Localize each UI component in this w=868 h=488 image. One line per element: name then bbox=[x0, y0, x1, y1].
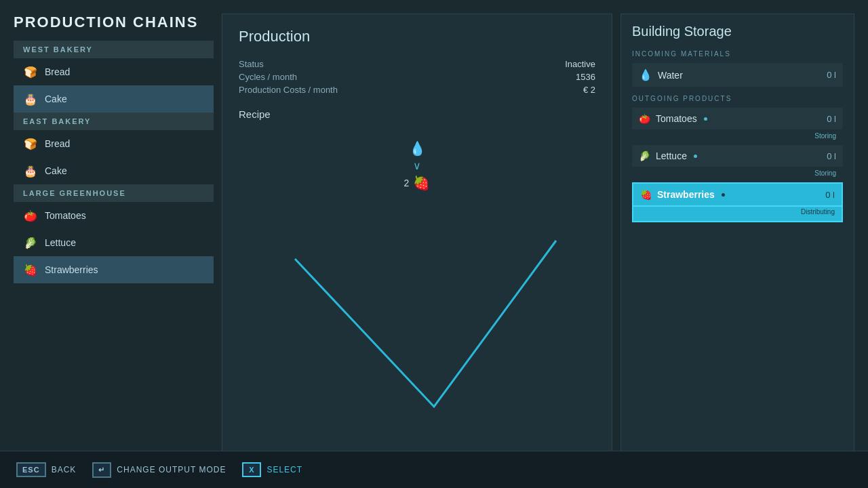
stat-value-cycles: 1536 bbox=[576, 72, 595, 82]
section-header-large-greenhouse: LARGE GREENHOUSE bbox=[14, 184, 214, 202]
sidebar-item-west-bread[interactable]: 🍞 Bread bbox=[14, 58, 214, 85]
sidebar-item-label: Bread bbox=[45, 138, 70, 149]
lettuce-icon: 🥬 bbox=[23, 235, 38, 250]
recipe-input-icon: 💧 bbox=[409, 140, 426, 157]
storage-item-water-label: Water bbox=[658, 70, 683, 81]
stat-row-production-costs: Production Costs / month € 2 bbox=[239, 85, 595, 95]
sidebar-item-strawberries[interactable]: 🍓 Strawberries bbox=[14, 256, 214, 283]
stat-label-status: Status bbox=[239, 59, 264, 69]
lettuce-icon: 🥬 bbox=[639, 150, 650, 161]
storage-item-strawberries-amount: 0 l bbox=[825, 190, 835, 200]
storage-item-wrap-lettuce: 🥬 Lettuce 0 l Storing bbox=[632, 145, 843, 181]
cake-icon: 🎂 bbox=[23, 163, 38, 178]
strawberry-icon: 🍓 bbox=[640, 189, 652, 200]
select-label: SELECT bbox=[267, 465, 302, 474]
tomatoes-dot bbox=[704, 117, 707, 121]
sidebar-item-label: Tomatoes bbox=[45, 210, 86, 221]
sidebar-item-lettuce[interactable]: 🥬 Lettuce bbox=[14, 229, 214, 256]
storage-item-water-left: 💧 Water bbox=[639, 68, 683, 81]
change-output-mode-button[interactable]: ↵ CHANGE OUTPUT MODE bbox=[92, 462, 226, 478]
storage-item-water-amount: 0 l bbox=[827, 70, 836, 80]
storage-item-lettuce[interactable]: 🥬 Lettuce 0 l bbox=[632, 145, 843, 167]
page-title: PRODUCTION CHAINS bbox=[14, 14, 214, 31]
outgoing-products-header: OUTGOING PRODUCTS bbox=[632, 95, 843, 102]
lettuce-status: Storing bbox=[632, 168, 843, 181]
tomatoes-status: Storing bbox=[632, 131, 843, 144]
storage-item-lettuce-left: 🥬 Lettuce bbox=[639, 150, 697, 161]
bread-icon: 🍞 bbox=[23, 64, 38, 79]
recipe-output: 2 🍓 bbox=[404, 175, 431, 191]
storage-item-water[interactable]: 💧 Water 0 l bbox=[632, 63, 843, 87]
tomato-icon: 🍅 bbox=[639, 113, 650, 124]
storage-item-strawberries-left: 🍓 Strawberries bbox=[640, 189, 725, 200]
right-panel: Building Storage INCOMING MATERIALS 💧 Wa… bbox=[620, 14, 854, 474]
sidebar-item-east-bread[interactable]: 🍞 Bread bbox=[14, 130, 214, 157]
strawberry-icon: 🍓 bbox=[23, 262, 38, 277]
sidebar-item-label: Lettuce bbox=[45, 237, 76, 248]
building-storage-title: Building Storage bbox=[632, 24, 843, 39]
back-button[interactable]: ESC BACK bbox=[16, 462, 76, 477]
back-label: BACK bbox=[52, 465, 77, 474]
storage-item-wrap-tomatoes: 🍅 Tomatoes 0 l Storing bbox=[632, 108, 843, 144]
production-title: Production bbox=[239, 28, 595, 45]
storage-item-lettuce-amount: 0 l bbox=[827, 151, 836, 161]
storage-item-wrap-strawberries: 🍓 Strawberries 0 l Distributing bbox=[632, 182, 843, 222]
section-header-west-bakery: WEST BAKERY bbox=[14, 41, 214, 58]
storage-item-strawberries-label: Strawberries bbox=[657, 189, 715, 200]
stat-value-status: Inactive bbox=[565, 59, 595, 69]
section-header-east-bakery: EAST BAKERY bbox=[14, 113, 214, 130]
storage-item-tomatoes-left: 🍅 Tomatoes bbox=[639, 113, 707, 124]
recipe-area: 💧 ∨ 2 🍓 bbox=[239, 140, 595, 191]
sidebar-item-label: Cake bbox=[45, 165, 67, 176]
strawberries-status: Distributing bbox=[632, 207, 843, 222]
left-panel: PRODUCTION CHAINS WEST BAKERY 🍞 Bread 🎂 … bbox=[14, 14, 214, 474]
recipe-title: Recipe bbox=[239, 108, 595, 120]
incoming-materials-header: INCOMING MATERIALS bbox=[632, 50, 843, 58]
recipe-arrow-icon: ∨ bbox=[413, 159, 421, 172]
strawberries-dot bbox=[722, 193, 725, 197]
sidebar-item-west-cake[interactable]: 🎂 Cake bbox=[14, 85, 214, 113]
lettuce-dot bbox=[694, 155, 697, 158]
stat-label-production-costs: Production Costs / month bbox=[239, 85, 338, 95]
cake-icon: 🎂 bbox=[23, 92, 38, 106]
sidebar-item-tomatoes[interactable]: 🍅 Tomatoes bbox=[14, 202, 214, 229]
sidebar-item-label: Cake bbox=[45, 94, 67, 104]
middle-panel: Production Status Inactive Cycles / mont… bbox=[222, 14, 612, 474]
storage-item-tomatoes-amount: 0 l bbox=[827, 114, 836, 124]
storage-item-wrap-water: 💧 Water 0 l bbox=[632, 63, 843, 87]
sidebar-item-east-cake[interactable]: 🎂 Cake bbox=[14, 157, 214, 184]
stat-label-cycles: Cycles / month bbox=[239, 72, 297, 82]
esc-key-badge: ESC bbox=[16, 462, 46, 477]
main-container: PRODUCTION CHAINS WEST BAKERY 🍞 Bread 🎂 … bbox=[0, 0, 868, 488]
tomato-icon: 🍅 bbox=[23, 208, 38, 223]
select-button[interactable]: X SELECT bbox=[242, 462, 302, 477]
enter-key-badge: ↵ bbox=[92, 462, 111, 478]
water-icon: 💧 bbox=[639, 68, 652, 81]
sidebar-item-label: Strawberries bbox=[45, 264, 98, 275]
change-output-mode-label: CHANGE OUTPUT MODE bbox=[117, 465, 226, 474]
sidebar-item-label: Bread bbox=[45, 66, 70, 77]
bottom-bar: ESC BACK ↵ CHANGE OUTPUT MODE X SELECT bbox=[0, 451, 868, 488]
storage-item-strawberries[interactable]: 🍓 Strawberries 0 l bbox=[632, 182, 843, 207]
storage-item-lettuce-label: Lettuce bbox=[656, 150, 687, 161]
stat-value-production-costs: € 2 bbox=[583, 85, 595, 95]
recipe-output-icon: 🍓 bbox=[413, 175, 430, 191]
stat-row-status: Status Inactive bbox=[239, 59, 595, 69]
stat-row-cycles: Cycles / month 1536 bbox=[239, 72, 595, 82]
bread-icon: 🍞 bbox=[23, 136, 38, 151]
production-stats: Status Inactive Cycles / month 1536 Prod… bbox=[239, 59, 595, 95]
x-key-badge: X bbox=[242, 462, 261, 477]
storage-item-tomatoes-label: Tomatoes bbox=[656, 113, 697, 124]
recipe-output-count: 2 bbox=[404, 178, 410, 188]
storage-item-tomatoes[interactable]: 🍅 Tomatoes 0 l bbox=[632, 108, 843, 129]
